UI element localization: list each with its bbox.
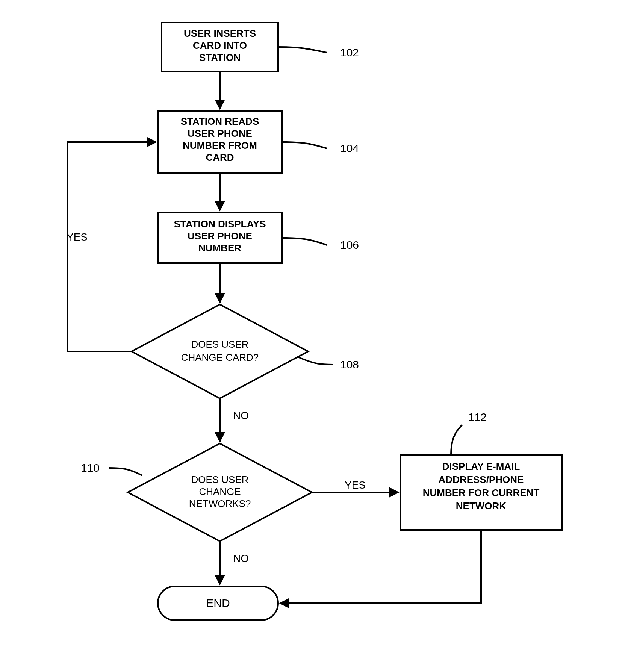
node-104-line4: CARD xyxy=(206,152,234,163)
edge-108-no: NO xyxy=(220,398,249,442)
leader-104 xyxy=(282,142,327,148)
arrow-108-yes xyxy=(68,142,156,351)
leader-102 xyxy=(278,47,327,53)
leader-108 xyxy=(298,357,333,365)
edge-108-yes-label: YES xyxy=(67,231,88,243)
edge-110-no-label: NO xyxy=(233,552,249,564)
label-108: 108 xyxy=(340,358,359,371)
node-104-line1: STATION READS xyxy=(181,116,259,127)
node-106-line3: NUMBER xyxy=(198,242,241,254)
node-112-line3: NUMBER FOR CURRENT xyxy=(423,487,540,498)
node-108-line1: DOES USER xyxy=(191,339,248,350)
node-112: DISPLAY E-MAIL ADDRESS/PHONE NUMBER FOR … xyxy=(400,411,562,530)
node-110-line1: DOES USER xyxy=(191,474,248,485)
node-108: DOES USER CHANGE CARD? 108 xyxy=(132,304,359,398)
node-104-line3: NUMBER FROM xyxy=(183,140,257,151)
diamond-108 xyxy=(132,304,308,398)
label-112: 112 xyxy=(468,411,487,423)
leader-106 xyxy=(282,238,327,245)
node-108-line2: CHANGE CARD? xyxy=(181,352,259,363)
node-104: STATION READS USER PHONE NUMBER FROM CAR… xyxy=(158,111,359,173)
node-110: DOES USER CHANGE NETWORKS? 110 xyxy=(81,443,312,541)
label-106: 106 xyxy=(340,239,359,251)
edge-108-no-label: NO xyxy=(233,410,249,421)
edge-108-yes: YES xyxy=(67,142,156,351)
node-106-line2: USER PHONE xyxy=(188,230,252,242)
arrow-112-end xyxy=(280,530,481,603)
label-104: 104 xyxy=(340,142,359,154)
node-106: STATION DISPLAYS USER PHONE NUMBER 106 xyxy=(158,212,359,263)
node-102-line1: USER INSERTS xyxy=(184,28,256,39)
node-end: END xyxy=(158,586,278,620)
end-text: END xyxy=(206,597,230,609)
node-102-line3: STATION xyxy=(199,52,241,63)
edge-110-no: NO xyxy=(220,541,249,584)
node-110-line2: CHANGE xyxy=(199,486,241,497)
label-110: 110 xyxy=(81,462,100,474)
label-102: 102 xyxy=(340,46,359,59)
leader-110 xyxy=(109,468,142,475)
edge-110-yes: YES xyxy=(312,479,398,492)
edge-110-yes-label: YES xyxy=(345,479,366,491)
node-106-line1: STATION DISPLAYS xyxy=(174,218,266,230)
node-112-line4: NETWORK xyxy=(456,500,507,512)
node-110-line3: NETWORKS? xyxy=(189,498,251,509)
node-112-line2: ADDRESS/PHONE xyxy=(439,474,524,485)
flowchart: USER INSERTS CARD INTO STATION 102 STATI… xyxy=(0,0,625,672)
leader-112 xyxy=(451,425,462,455)
node-102: USER INSERTS CARD INTO STATION 102 xyxy=(162,23,359,71)
node-112-line1: DISPLAY E-MAIL xyxy=(442,461,520,472)
node-102-line2: CARD INTO xyxy=(193,40,247,51)
node-104-line2: USER PHONE xyxy=(188,128,252,139)
